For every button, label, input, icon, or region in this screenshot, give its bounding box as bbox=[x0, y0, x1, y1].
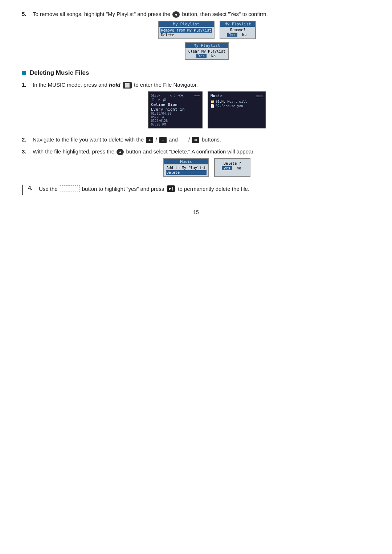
playlist-menu-item-1: Remove from My Playlist bbox=[160, 28, 212, 33]
step2-text: Navigate to the file you want to delete … bbox=[33, 136, 144, 143]
step3-suffix: button and select "Delete." A confirmati… bbox=[126, 148, 254, 155]
step4-prefix: Use the bbox=[39, 186, 58, 192]
step-num-2-deleting: 2. bbox=[22, 136, 33, 143]
delete-confirm-no: no bbox=[235, 166, 243, 170]
step2-buttons-text: buttons. bbox=[202, 136, 221, 143]
step2-space bbox=[179, 136, 187, 143]
plus-button-icon: + bbox=[146, 137, 153, 143]
step-4-deleting: 4. Use the button to highlight "yes" and… bbox=[28, 185, 370, 192]
page-number: 15 bbox=[22, 209, 370, 215]
player-time1: 01:25/04:30 bbox=[151, 112, 200, 115]
step-num-3-deleting: 3. bbox=[22, 148, 33, 155]
step-2-deleting-content: Navigate to the file you want to delete … bbox=[33, 136, 370, 143]
step-1-deleting-content: In the MUSIC mode, press and hold ⬜ to e… bbox=[33, 82, 370, 131]
step-num-1-deleting: 1. bbox=[22, 82, 33, 88]
player-icon3: 🔊 bbox=[163, 98, 167, 102]
step4-button-placeholder bbox=[60, 185, 80, 192]
circle-button-icon-3: ● bbox=[117, 149, 124, 155]
filenav-screen: Music ≡≡≡ 📁 01.My Heart will 📄 02.Becaus… bbox=[208, 91, 266, 128]
remove-playlist-screens: My Playlist Remove from My Playlist Dele… bbox=[44, 21, 370, 39]
clear-playlist-yes: Yes bbox=[196, 54, 207, 58]
fn-item-2-label: 02.Because you bbox=[216, 104, 243, 108]
step-num-4-deleting: 4. bbox=[28, 185, 39, 191]
player-date1: 05/20 AT bbox=[151, 115, 200, 119]
delete-menu-screen: Music Add to My Playlist Delete bbox=[163, 158, 209, 177]
step4-suffix: button to highlight "yes" and press bbox=[82, 186, 164, 192]
delete-confirm-yes: yes bbox=[222, 166, 232, 170]
step5-text: To remove all songs, highlight "My Playl… bbox=[33, 11, 170, 17]
step5-text2: button, then select "Yes" to confirm. bbox=[182, 11, 268, 17]
step4-row: Use the button to highlight "yes" and pr… bbox=[39, 185, 370, 192]
clear-playlist-screen: My Playlist Clear My Playlist Yes No bbox=[185, 42, 229, 60]
clear-playlist-msg: Clear My Playlist bbox=[188, 49, 225, 53]
playlist-menu-item-2: Delete bbox=[160, 33, 212, 37]
step2-slash1: / bbox=[155, 136, 157, 143]
player-icon2: ↩ bbox=[158, 98, 160, 102]
delete-menu-item-2: Delete bbox=[166, 170, 207, 175]
step4-suffix2: to permanently delete the file. bbox=[178, 186, 249, 192]
step1-suffix: to enter the File Navigator. bbox=[134, 82, 198, 88]
step-4-deleting-wrapper: 4. Use the button to highlight "yes" and… bbox=[22, 185, 370, 195]
player-time3: 07:30 PM bbox=[151, 123, 200, 126]
step-4-deleting-content: Use the button to highlight "yes" and pr… bbox=[39, 185, 370, 192]
playlist-menu-screen: My Playlist Remove from My Playlist Dele… bbox=[158, 21, 215, 39]
skip-button-icon: ≫ bbox=[192, 137, 199, 143]
sleep-label: SLEEP bbox=[151, 94, 160, 97]
player-menu-icon: ≡≡≡ bbox=[194, 94, 200, 97]
remove-confirm-yes-no: Yes No bbox=[223, 33, 252, 37]
filenav-item-1: 📁 01.My Heart will bbox=[211, 99, 263, 104]
step-4-content-outer: 4. Use the button to highlight "yes" and… bbox=[23, 185, 370, 192]
page-content: 5. To remove all songs, highlight "My Pl… bbox=[22, 7, 370, 215]
step-num-5: 5. bbox=[22, 11, 33, 17]
step2-slash2: / bbox=[188, 136, 190, 143]
step3-text: With the file highlighted, press the bbox=[33, 148, 114, 155]
delete-confirm-yes-no: yes no bbox=[218, 166, 247, 170]
delete-confirm-msg: Delete ? bbox=[218, 161, 247, 165]
step-1-deleting: 1. In the MUSIC mode, press and hold ⬜ t… bbox=[22, 82, 370, 131]
player-time2: 0127/0128 bbox=[151, 119, 200, 123]
delete-screens: Music Add to My Playlist Delete Delete ?… bbox=[44, 158, 370, 177]
player-screen: SLEEP ⚙ ♪ ≪≪ ≡≡≡ 🎵 ↩ 🔊 Celine Dion Every… bbox=[148, 91, 203, 128]
step-3-deleting: 3. With the file highlighted, press the … bbox=[22, 148, 370, 180]
step-2-deleting: 2. Navigate to the file you want to dele… bbox=[22, 136, 370, 143]
clear-playlist-screen-wrapper: My Playlist Clear My Playlist Yes No bbox=[44, 42, 370, 60]
player-icon-row: 🎵 ↩ 🔊 bbox=[151, 98, 200, 102]
player-song: Every night in bbox=[151, 107, 200, 112]
play-pause-button-icon: ▶‖ bbox=[167, 185, 175, 192]
delete-menu-item-1: Add to My Playlist bbox=[166, 165, 207, 170]
section-bullet-icon bbox=[22, 71, 26, 75]
minus-button-icon: − bbox=[159, 137, 167, 143]
player-filenav-screens: SLEEP ⚙ ♪ ≪≪ ≡≡≡ 🎵 ↩ 🔊 Celine Dion Every… bbox=[44, 91, 370, 128]
fn-folder-icon: 📁 bbox=[211, 100, 215, 103]
step1-hold-text: hold bbox=[109, 82, 121, 88]
playlist-menu-title: My Playlist bbox=[159, 21, 214, 27]
step-5: 5. To remove all songs, highlight "My Pl… bbox=[22, 11, 370, 63]
remove-confirm-title: My Playlist bbox=[220, 21, 255, 27]
delete-confirm-screen: Delete ? yes no bbox=[214, 158, 250, 177]
clear-playlist-no: No bbox=[209, 54, 217, 58]
hold-button-icon: ⬜ bbox=[123, 82, 132, 89]
circle-button-icon: ● bbox=[172, 11, 180, 18]
filenav-menu-icon: ≡≡≡ bbox=[256, 94, 263, 98]
remove-confirm-yes: Yes bbox=[227, 33, 237, 37]
section-deleting-heading: Deleting Music Files bbox=[22, 69, 370, 77]
filenav-item-2: 📄 02.Because you bbox=[211, 104, 263, 108]
remove-confirm-no: No bbox=[240, 33, 248, 37]
fn-file-icon: 📄 bbox=[211, 104, 215, 108]
fn-item-1-label: 01.My Heart will bbox=[216, 100, 247, 103]
section-deleting-title: Deleting Music Files bbox=[30, 69, 89, 77]
remove-confirm-screen: My Playlist Remove? Yes No bbox=[220, 21, 256, 39]
player-artist: Celine Dion bbox=[151, 102, 200, 107]
step1-prefix: In the MUSIC mode, press and bbox=[33, 82, 107, 88]
step-5-content: To remove all songs, highlight "My Playl… bbox=[33, 11, 370, 63]
filenav-title: Music bbox=[211, 94, 222, 98]
clear-playlist-title: My Playlist bbox=[185, 43, 228, 48]
delete-menu-title: Music bbox=[164, 159, 208, 164]
step2-and: and bbox=[169, 136, 178, 143]
step-3-deleting-content: With the file highlighted, press the ● b… bbox=[33, 148, 370, 180]
player-icons: ⚙ ♪ ≪≪ bbox=[170, 94, 184, 97]
remove-confirm-msg: Remove? bbox=[223, 28, 252, 32]
player-screen-top: SLEEP ⚙ ♪ ≪≪ ≡≡≡ bbox=[151, 94, 200, 97]
filenav-title-row: Music ≡≡≡ bbox=[211, 94, 263, 98]
player-icon1: 🎵 bbox=[151, 98, 155, 102]
